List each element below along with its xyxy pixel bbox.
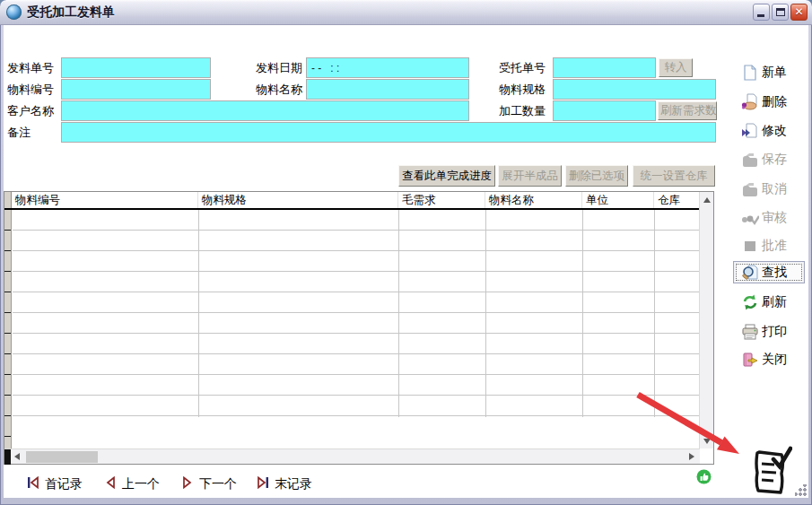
sidebar-button-new[interactable]: 新单 <box>727 61 808 84</box>
modify-icon <box>741 122 759 140</box>
row-indicator-cell <box>4 354 11 375</box>
row-indicator-cell <box>4 272 11 292</box>
nav-button-label: 下一个 <box>199 476 237 492</box>
issue-date-label: 发料日期 <box>256 57 302 78</box>
last-record-icon <box>257 476 275 492</box>
column-header-material-spec[interactable]: 物料规格 <box>198 192 398 208</box>
column-header-unit[interactable]: 单位 <box>582 192 654 208</box>
remark-field[interactable] <box>61 122 716 143</box>
last-record-button[interactable]: 末记录 <box>257 475 312 493</box>
entrust-no-field[interactable] <box>553 57 656 78</box>
sidebar-button-label: 取消 <box>762 181 787 197</box>
row-indicator-cell <box>4 396 11 416</box>
column-header-material-no[interactable]: 物料编号 <box>12 192 198 208</box>
sidebar-button-label: 保存 <box>762 152 787 168</box>
first-record-icon <box>27 476 45 492</box>
close-button[interactable]: ✕ <box>790 4 808 21</box>
sidebar-button-find[interactable]: 查找 <box>733 261 805 283</box>
refresh-demand-button[interactable]: 刷新需求数 <box>658 101 717 120</box>
table-row[interactable] <box>13 375 700 396</box>
horizontal-scrollbar[interactable] <box>4 448 700 464</box>
table-row[interactable] <box>13 272 700 292</box>
sidebar-button-label: 修改 <box>762 123 787 139</box>
column-header-warehouse[interactable]: 仓库 <box>654 192 700 208</box>
material-name-field[interactable] <box>306 79 469 100</box>
delete-icon <box>741 93 759 111</box>
sidebar-button-print[interactable]: 打印 <box>727 320 808 344</box>
customer-label: 客户名称 <box>7 100 54 121</box>
print-icon <box>741 323 759 341</box>
view-progress-button[interactable]: 查看此单完成进度 <box>398 165 495 187</box>
nav-button-label: 末记录 <box>275 476 312 492</box>
sidebar-button-cancel[interactable]: 取消 <box>727 178 808 201</box>
grid-line <box>485 210 486 417</box>
table-row[interactable] <box>13 354 700 375</box>
grid-body <box>13 210 700 417</box>
cancel-icon <box>741 180 759 198</box>
material-no-label: 物料编号 <box>7 79 54 100</box>
material-spec-label: 物料规格 <box>499 79 546 100</box>
row-indicator-cell <box>4 334 11 354</box>
row-indicator-cell <box>4 251 11 272</box>
refresh-icon <box>741 293 759 311</box>
scrollbar-thumb[interactable] <box>26 451 98 463</box>
next-record-icon <box>181 476 199 492</box>
sidebar-button-modify[interactable]: 修改 <box>727 119 808 143</box>
sidebar-button-label: 删除 <box>762 94 787 110</box>
table-row[interactable] <box>13 313 700 334</box>
sidebar-button-refresh[interactable]: 刷新 <box>727 291 808 314</box>
new-doc-icon <box>741 64 759 82</box>
nav-button-label: 首记录 <box>45 476 83 492</box>
grid-line <box>654 210 655 417</box>
sidebar-button-label: 打印 <box>762 324 787 340</box>
row-indicator-cell <box>4 313 11 334</box>
sidebar-button-delete[interactable]: 删除 <box>727 91 808 114</box>
resize-grip[interactable] <box>795 484 807 496</box>
row-indicator-cell <box>4 375 11 396</box>
column-header-material-name[interactable]: 物料名称 <box>485 192 582 208</box>
set-warehouse-button[interactable]: 统一设置仓库 <box>633 165 715 187</box>
delete-selected-button[interactable]: 删除已选项 <box>565 165 628 187</box>
material-spec-field[interactable] <box>553 79 716 100</box>
issue-no-field[interactable] <box>61 57 211 78</box>
sidebar-button-audit[interactable]: 审核 <box>727 206 808 230</box>
expand-semifinished-button[interactable]: 展开半成品 <box>498 165 562 187</box>
prev-record-button[interactable]: 上一个 <box>104 475 160 493</box>
sidebar-button-save[interactable]: 保存 <box>727 148 808 171</box>
table-row[interactable] <box>13 210 700 231</box>
first-record-button[interactable]: 首记录 <box>27 475 83 493</box>
table-row[interactable] <box>13 396 700 416</box>
customer-field[interactable] <box>61 100 469 121</box>
process-qty-field[interactable] <box>553 100 656 121</box>
sidebar-button-close-form[interactable]: 关闭 <box>727 348 808 371</box>
column-header-gross-demand[interactable]: 毛需求 <box>398 192 485 208</box>
maximize-button[interactable] <box>772 4 789 21</box>
entrust-no-label: 受托单号 <box>499 57 546 78</box>
save-icon <box>741 151 759 169</box>
remark-label: 备注 <box>7 122 31 143</box>
issue-no-label: 发料单号 <box>7 57 54 78</box>
row-indicator-cell <box>4 292 11 313</box>
sidebar-button-approve[interactable]: 批准 <box>727 234 808 257</box>
audit-icon <box>741 209 759 227</box>
checklist-sketch-icon <box>749 445 792 495</box>
annotation-arrow-icon <box>634 391 747 463</box>
app-globe-icon <box>6 4 22 20</box>
table-row[interactable] <box>13 231 700 251</box>
next-record-button[interactable]: 下一个 <box>181 475 237 493</box>
grid-line <box>398 210 399 417</box>
window-controls: ✕ <box>753 4 812 21</box>
material-no-field[interactable] <box>61 79 211 100</box>
table-row[interactable] <box>13 292 700 313</box>
transfer-button[interactable]: 转入 <box>659 58 693 77</box>
scroll-left-icon[interactable] <box>14 453 20 460</box>
titlebar: 受托加工发料单 ✕ <box>0 0 812 25</box>
grid-indicator-header <box>4 192 12 208</box>
scroll-up-icon[interactable] <box>703 197 711 203</box>
minimize-button[interactable] <box>753 4 770 21</box>
table-row[interactable] <box>13 334 700 354</box>
sidebar-button-label: 新单 <box>762 65 787 81</box>
issue-date-field[interactable] <box>306 57 469 78</box>
sidebar-button-label: 批准 <box>762 238 787 254</box>
table-row[interactable] <box>13 251 700 272</box>
